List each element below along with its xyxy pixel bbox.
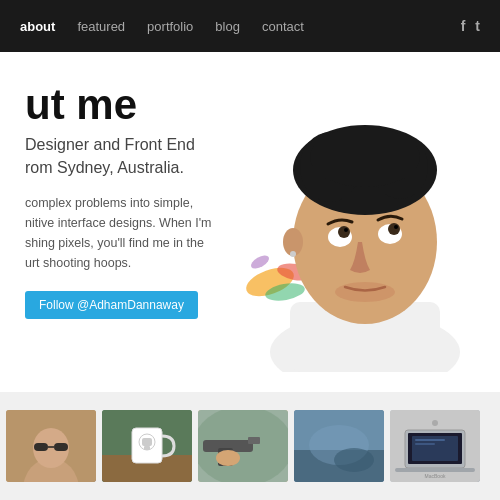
svg-rect-26 <box>54 443 68 451</box>
nav-link-about[interactable]: about <box>20 19 55 34</box>
twitter-icon[interactable]: t <box>475 18 480 34</box>
nav-link-blog[interactable]: blog <box>215 19 240 34</box>
hero-content: ut me Designer and Front Endrom Sydney, … <box>0 52 275 319</box>
svg-point-19 <box>344 228 348 232</box>
svg-point-20 <box>394 225 398 229</box>
svg-point-17 <box>338 226 350 238</box>
svg-point-12 <box>310 127 420 187</box>
nav-link-contact[interactable]: contact <box>262 19 304 34</box>
navigation: about featured portfolio blog contact f … <box>0 0 500 52</box>
svg-point-47 <box>432 420 438 426</box>
thumbnail-3[interactable] <box>198 410 288 482</box>
svg-point-21 <box>335 282 395 302</box>
svg-rect-32 <box>142 438 152 446</box>
thumbnail-4[interactable] <box>294 410 384 482</box>
social-links: f t <box>461 18 480 34</box>
svg-text:MacBook: MacBook <box>425 473 446 479</box>
hero-subtitle: Designer and Front Endrom Sydney, Austra… <box>25 134 250 179</box>
svg-point-43 <box>334 448 374 472</box>
svg-point-39 <box>216 450 240 466</box>
svg-rect-38 <box>248 437 260 444</box>
thumbnail-5[interactable]: MacBook <box>390 410 480 482</box>
thumbnail-strip: MacBook <box>0 392 500 500</box>
nav-links: about featured portfolio blog contact <box>20 19 304 34</box>
svg-rect-25 <box>34 443 48 451</box>
facebook-icon[interactable]: f <box>461 18 466 34</box>
svg-rect-33 <box>144 446 150 450</box>
svg-rect-48 <box>395 468 475 472</box>
svg-point-14 <box>290 251 296 257</box>
hero-description: complex problems into simple, nitive int… <box>25 193 250 273</box>
thumbnail-2[interactable] <box>102 410 192 482</box>
svg-point-18 <box>388 223 400 235</box>
hero-section: ut me Designer and Front Endrom Sydney, … <box>0 52 500 392</box>
follow-button[interactable]: Follow @AdhamDannaway <box>25 291 198 319</box>
svg-rect-51 <box>415 443 435 445</box>
hero-title: ut me <box>25 82 250 128</box>
svg-rect-50 <box>415 439 445 441</box>
nav-link-featured[interactable]: featured <box>77 19 125 34</box>
thumbnail-1[interactable] <box>6 410 96 482</box>
person-illustration <box>250 62 480 372</box>
nav-link-portfolio[interactable]: portfolio <box>147 19 193 34</box>
